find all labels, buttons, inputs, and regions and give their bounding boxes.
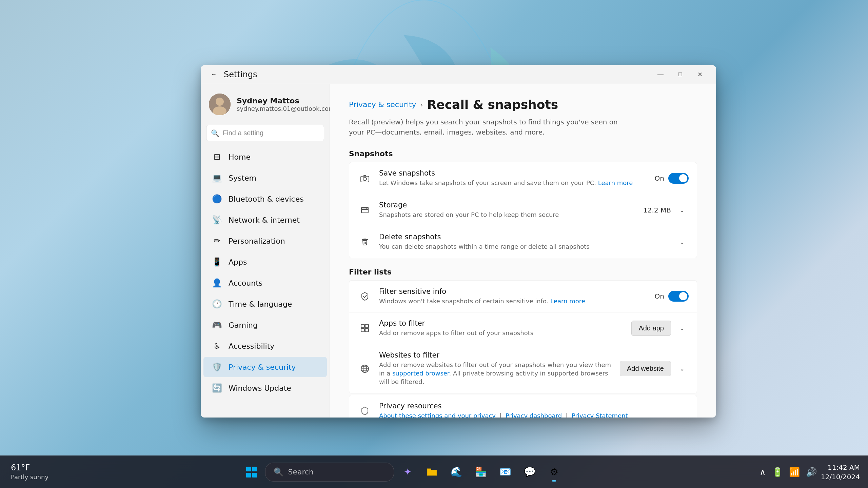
taskbar-browser-icon2[interactable]: 🌊 (446, 461, 467, 483)
sidebar: Sydney Mattos sydney.mattos.01@outlook.c… (201, 84, 330, 418)
update-icon: 🔄 (212, 383, 222, 393)
svg-rect-17 (361, 328, 364, 332)
privacy-dashboard-link[interactable]: Privacy dashboard (506, 412, 562, 418)
taskbar-teams-icon[interactable]: 💬 (519, 461, 540, 483)
storage-row: Storage Snapshots are stored on your PC … (349, 194, 697, 226)
save-snapshots-title: Save snapshots (379, 169, 648, 177)
add-website-button[interactable]: Add website (620, 361, 671, 376)
filter-lists-section-title: Filter lists (349, 268, 697, 276)
accessibility-icon: ♿ (212, 341, 222, 351)
search-bar-icon: 🔍 (274, 467, 284, 477)
search-icon: 🔍 (211, 129, 219, 137)
apps-to-filter-title: Apps to filter (379, 319, 625, 327)
privacy-statement-link[interactable]: Privacy Statement (572, 412, 628, 418)
bluetooth-icon: 🔵 (212, 194, 222, 204)
svg-line-14 (364, 295, 367, 298)
taskbar-center: 🔍 Search ✦ 🌊 🏪 📧 💬 ⚙️ (48, 461, 757, 483)
delete-snapshots-chevron[interactable]: ⌄ (675, 235, 689, 249)
storage-icon (357, 203, 372, 218)
websites-filter-chevron[interactable]: ⌄ (675, 362, 689, 375)
maximize-button[interactable]: □ (671, 68, 690, 81)
filter-sensitive-toggle[interactable] (668, 291, 689, 302)
sys-tray: ∧ 🔋 📶 🔊 11:42 AM 12/10/2024 (757, 463, 860, 482)
sidebar-item-label-home: Home (229, 153, 251, 161)
websites-to-filter-row: Websites to filter Add or remove website… (349, 344, 697, 393)
close-button[interactable]: ✕ (690, 68, 709, 81)
sidebar-item-update[interactable]: 🔄 Windows Update (203, 378, 327, 398)
sidebar-search: 🔍 (206, 125, 324, 141)
title-bar-left: ← Settings (208, 68, 257, 81)
filter-sensitive-row: Filter sensitive info Windows won't take… (349, 281, 697, 312)
websites-to-filter-control: Add website ⌄ (620, 361, 689, 376)
taskbar-store-icon[interactable]: 🏪 (470, 461, 492, 483)
main-content: Privacy & security › Recall & snapshots … (330, 84, 716, 418)
sidebar-item-apps[interactable]: 📱 Apps (203, 252, 327, 272)
learn-more-link-snapshots[interactable]: Learn more (598, 179, 633, 186)
wifi-icon[interactable]: 📶 (787, 465, 802, 479)
privacy-resources-icon (357, 403, 372, 418)
privacy-icon: 🛡️ (212, 362, 222, 372)
filter-toggle-on-label: On (655, 292, 664, 300)
sidebar-item-home[interactable]: ⊞ Home (203, 147, 327, 167)
snapshots-card: Save snapshots Let Windows take snapshot… (349, 162, 697, 258)
taskbar: 61°F Partly sunny 🔍 Search ✦ 🌊 🏪 (0, 455, 868, 488)
minimize-button[interactable]: — (651, 68, 670, 81)
supported-browser-link[interactable]: supported browser (392, 370, 449, 377)
search-input[interactable] (206, 125, 324, 141)
svg-point-9 (367, 208, 368, 209)
sidebar-item-accessibility[interactable]: ♿ Accessibility (203, 336, 327, 356)
storage-value: 12.2 MB (643, 206, 671, 214)
sidebar-item-accounts[interactable]: 👤 Accounts (203, 273, 327, 293)
clock[interactable]: 11:42 AM 12/10/2024 (821, 463, 860, 482)
user-profile[interactable]: Sydney Mattos sydney.mattos.01@outlook.c… (201, 88, 330, 122)
taskbar-explorer-icon[interactable] (421, 461, 443, 483)
privacy-resources-row: Privacy resources About these settings a… (349, 395, 697, 418)
weather-desc: Partly sunny (11, 473, 48, 481)
start-button[interactable] (241, 461, 262, 483)
sidebar-item-privacy[interactable]: 🛡️ Privacy & security (203, 357, 327, 377)
search-bar[interactable]: 🔍 Search (265, 463, 394, 482)
sidebar-item-system[interactable]: 💻 System (203, 168, 327, 188)
svg-rect-27 (252, 473, 257, 477)
learn-more-link-filter[interactable]: Learn more (550, 298, 585, 305)
delete-snapshots-desc: You can delete snapshots within a time r… (379, 242, 668, 251)
system-icon: 💻 (212, 173, 222, 183)
network-icon: 📡 (212, 215, 222, 225)
add-app-button[interactable]: Add app (631, 321, 671, 336)
svg-rect-18 (365, 328, 369, 332)
delete-icon (357, 235, 372, 249)
sidebar-item-personalization[interactable]: ✏️ Personalization (203, 231, 327, 251)
taskbar-settings-icon[interactable]: ⚙️ (543, 461, 565, 483)
sidebar-item-network[interactable]: 📡 Network & internet (203, 210, 327, 230)
storage-chevron[interactable]: ⌄ (675, 203, 689, 217)
svg-rect-26 (246, 473, 251, 477)
battery-icon[interactable]: 🔋 (770, 465, 785, 479)
websites-to-filter-text: Websites to filter Add or remove website… (379, 351, 613, 386)
window-body: Sydney Mattos sydney.mattos.01@outlook.c… (201, 84, 716, 418)
sidebar-item-label-update: Windows Update (229, 384, 291, 392)
breadcrumb-parent[interactable]: Privacy & security (349, 100, 416, 109)
about-settings-link[interactable]: About these settings and your privacy (379, 412, 496, 418)
sidebar-item-bluetooth[interactable]: 🔵 Bluetooth & devices (203, 189, 327, 209)
volume-icon[interactable]: 🔊 (804, 465, 819, 479)
delete-snapshots-control: ⌄ (675, 235, 689, 249)
filter-sensitive-control: On (655, 291, 689, 302)
sidebar-item-time[interactable]: 🕐 Time & language (203, 294, 327, 314)
page-description: Recall (preview) helps you search your s… (349, 117, 634, 137)
user-info: Sydney Mattos sydney.mattos.01@outlook.c… (237, 97, 330, 112)
delete-snapshots-row: Delete snapshots You can delete snapshot… (349, 226, 697, 258)
chevron-up-icon[interactable]: ∧ (757, 465, 768, 479)
taskbar-right: ∧ 🔋 📶 🔊 11:42 AM 12/10/2024 (757, 463, 868, 482)
taskbar-mail-icon[interactable]: 📧 (494, 461, 516, 483)
back-button[interactable]: ← (208, 68, 220, 81)
storage-control: 12.2 MB ⌄ (643, 203, 689, 217)
apps-to-filter-row: Apps to filter Add or remove apps to fil… (349, 312, 697, 344)
accounts-icon: 👤 (212, 278, 222, 288)
save-snapshots-toggle[interactable] (668, 173, 689, 184)
sidebar-item-label-network: Network & internet (229, 216, 300, 224)
apps-filter-chevron[interactable]: ⌄ (675, 321, 689, 335)
sidebar-item-gaming[interactable]: 🎮 Gaming (203, 315, 327, 335)
sidebar-item-label-accessibility: Accessibility (229, 342, 274, 350)
taskbar-ai-icon[interactable]: ✦ (397, 461, 418, 483)
svg-point-3 (216, 98, 224, 106)
